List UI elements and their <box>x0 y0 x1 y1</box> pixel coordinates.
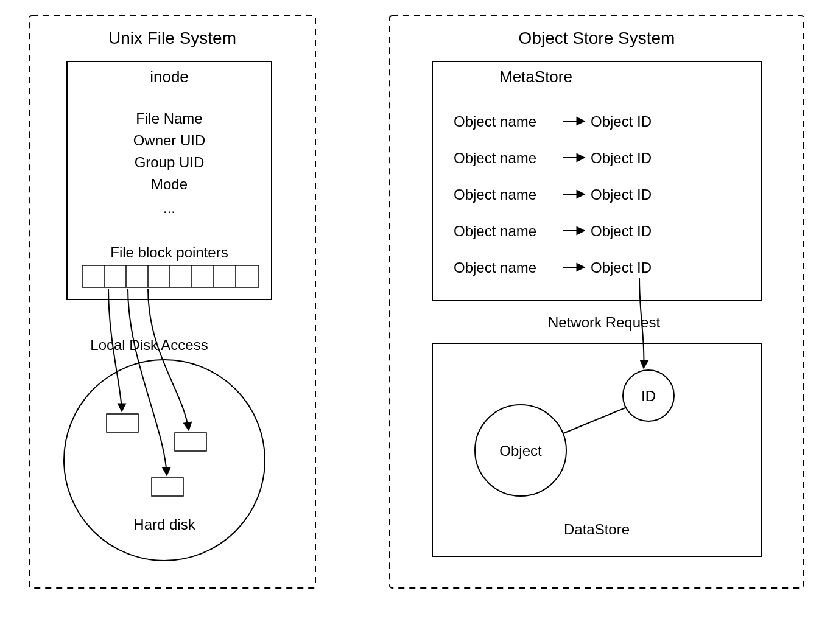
object-id-label: Object ID <box>591 223 652 239</box>
hard-disk-label: Hard disk <box>133 516 195 533</box>
object-id-label: Object ID <box>591 113 652 130</box>
network-request-label: Network Request <box>548 314 660 331</box>
inode-field: Mode <box>151 176 188 192</box>
object-id-label: Object ID <box>591 186 652 203</box>
metastore-row: Object name Object ID <box>454 113 652 130</box>
metastore-row: Object name Object ID <box>454 186 652 203</box>
svg-rect-14 <box>390 16 804 588</box>
svg-rect-12 <box>175 433 206 451</box>
block-pointers-label: File block pointers <box>110 244 228 261</box>
object-node-label: Object <box>499 443 542 459</box>
object-name-label: Object name <box>454 150 536 166</box>
unix-title: Unix File System <box>108 29 236 47</box>
hard-disk: Hard disk <box>64 360 265 561</box>
object-name-label: Object name <box>454 259 536 276</box>
block-pointer-array <box>82 265 259 287</box>
svg-rect-13 <box>152 478 183 496</box>
metastore-heading: MetaStore <box>499 68 572 86</box>
inode-heading: inode <box>150 68 189 86</box>
object-id-label: Object ID <box>591 259 652 276</box>
inode-field: Group UID <box>135 154 205 170</box>
metastore-row: Object name Object ID <box>454 259 652 276</box>
object-name-label: Object name <box>454 223 536 239</box>
datastore-heading: DataStore <box>564 521 630 537</box>
unix-file-system-panel: Unix File System inode File Name Owner U… <box>29 16 315 588</box>
metastore-row: Object name Object ID <box>454 223 652 239</box>
inode-field: ... <box>163 200 175 216</box>
local-disk-access-label: Local Disk Access <box>90 337 208 353</box>
object-store-system-panel: Object Store System MetaStore Object nam… <box>390 16 804 588</box>
svg-rect-2 <box>82 265 259 287</box>
pointer-arrow <box>128 289 167 475</box>
svg-rect-0 <box>29 16 315 588</box>
svg-rect-11 <box>107 414 138 432</box>
object-id-link <box>563 408 625 433</box>
inode-box: inode File Name Owner UID Group UID Mode… <box>67 61 272 299</box>
datastore-box: ID Object DataStore <box>432 343 761 556</box>
object-store-title: Object Store System <box>519 29 675 47</box>
inode-field: File Name <box>136 110 202 127</box>
object-id-label: Object ID <box>591 150 652 166</box>
inode-field: Owner UID <box>133 132 206 149</box>
id-node-label: ID <box>641 388 656 404</box>
object-name-label: Object name <box>454 186 536 203</box>
metastore-row: Object name Object ID <box>454 150 652 166</box>
object-name-label: Object name <box>454 113 536 130</box>
metastore-box: MetaStore Object name Object ID Object n… <box>432 61 761 301</box>
